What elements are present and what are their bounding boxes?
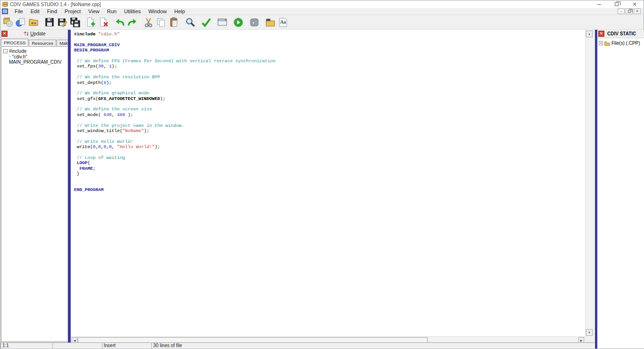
code-line	[74, 177, 585, 182]
code-line	[74, 150, 585, 155]
expand-icon[interactable]: +	[599, 41, 603, 45]
menu-run[interactable]: Run	[103, 8, 120, 15]
panel-close-button[interactable]: ✕	[598, 31, 604, 37]
menu-file[interactable]: File	[11, 8, 27, 15]
save-all-button[interactable]	[69, 16, 82, 29]
paste-button[interactable]	[168, 16, 181, 29]
new-project-button[interactable]	[15, 16, 27, 29]
menu-edit[interactable]: Edit	[27, 8, 43, 15]
title-bar: CDIV GAMES STUDIO 1.4 - [NoName.cpp] ✕	[0, 0, 644, 8]
find-icon	[185, 17, 196, 28]
redo-button[interactable]	[126, 16, 139, 29]
open-project-button[interactable]	[27, 16, 40, 29]
cursor-position: 1:1	[0, 342, 52, 349]
save-all-icon	[70, 17, 81, 28]
collapse-icon[interactable]: -	[3, 49, 8, 53]
tree-item-label: "cdiv.h"	[12, 54, 27, 60]
code-line	[74, 101, 585, 107]
status-bar: 1:1 Insert 30 lines of file	[0, 342, 595, 349]
toolbar-group	[142, 16, 181, 29]
code-line: set_gfx(GFX_AUTODETECT_WINDOWED);	[74, 96, 585, 101]
code-line: MAIN_PROGRAM_CDIV	[74, 42, 585, 48]
code-line	[74, 182, 585, 187]
code-line: // We define graphical mode	[74, 91, 585, 96]
toolbar-group	[43, 16, 82, 29]
restore-button[interactable]	[608, 0, 626, 8]
tree-item[interactable]: -#include	[1, 49, 67, 54]
update-button[interactable]: Update	[23, 31, 45, 36]
code-line: // We define the screen size	[74, 107, 585, 112]
menu-project[interactable]: Project	[61, 8, 84, 15]
code-area[interactable]: #include "cdiv.h" MAIN_PROGRAM_CDIVBEGIN…	[71, 30, 585, 336]
toolbar-group	[114, 16, 139, 29]
toolbar-group	[232, 16, 245, 29]
code-line: #include "cdiv.h"	[74, 32, 585, 37]
toolbar-separator	[214, 17, 215, 28]
copy-icon	[156, 17, 167, 28]
project-panel-tabs: PROCESSResourcesMake	[0, 38, 68, 46]
code-line: FRAME;	[74, 166, 585, 171]
scroll-up-button[interactable]: ▲	[586, 31, 593, 37]
code-line: LOOP{	[74, 160, 585, 166]
file-manager-button[interactable]	[264, 16, 277, 29]
code-line: // We define the resolution BPP	[74, 75, 585, 80]
mdi-close-button[interactable]: ✕	[634, 8, 641, 14]
save-as-button[interactable]	[56, 16, 69, 29]
insert-mode: Insert	[102, 342, 151, 349]
file-manager-icon	[265, 17, 276, 28]
menu-utilities[interactable]: Utilities	[120, 8, 144, 15]
syntax-check-button[interactable]	[200, 16, 213, 29]
run-button[interactable]	[232, 16, 245, 29]
add-file-icon	[86, 17, 97, 28]
document-icon	[2, 8, 8, 14]
static-panel: ✕ CDIV STATIC +File(s) (.CPP)	[597, 30, 644, 349]
open-project-package-button[interactable]	[2, 16, 15, 29]
toolbar-group	[85, 16, 110, 29]
menu-window[interactable]: Window	[145, 8, 171, 15]
menu-view[interactable]: View	[84, 8, 103, 15]
copy-button[interactable]	[155, 16, 168, 29]
code-line: set_mode( 640, 480 );	[74, 112, 585, 117]
window-title: CDIV GAMES STUDIO 1.4 - [NoName.cpp]	[10, 2, 101, 7]
code-line: // Write Hello World!	[74, 139, 585, 144]
tree-item[interactable]: MAIN_PROGRAM_CDIV	[1, 59, 67, 65]
code-line	[74, 85, 585, 91]
mdi-minimize-button[interactable]: –	[618, 8, 625, 14]
menu-find[interactable]: Find	[43, 8, 61, 15]
mdi-restore-icon	[628, 10, 631, 13]
code-line: // We define FPS (Frames Per Second) wit…	[74, 58, 585, 64]
tree-item[interactable]: +File(s) (.CPP)	[597, 41, 644, 46]
code-line: set_depth(8);	[74, 80, 585, 85]
add-file-button[interactable]	[85, 16, 98, 29]
panel-close-button[interactable]: ✕	[1, 31, 8, 37]
tree-connector: └	[8, 54, 11, 60]
minimize-button[interactable]	[590, 0, 608, 8]
open-project-package-icon	[3, 17, 14, 28]
tree-item[interactable]: └"cdiv.h"	[1, 54, 67, 60]
remove-file-button[interactable]	[98, 16, 110, 29]
undo-button[interactable]	[114, 16, 126, 29]
capture-options-button[interactable]	[248, 16, 261, 29]
scroll-down-button[interactable]: ▼	[586, 329, 593, 336]
fonts-button[interactable]: Aa	[277, 16, 289, 29]
tab-process[interactable]: PROCESS	[1, 39, 28, 46]
toolbar-separator	[230, 17, 231, 28]
menu-help[interactable]: Help	[171, 8, 189, 15]
close-button[interactable]: ✕	[626, 0, 644, 8]
tree-item-label: MAIN_PROGRAM_CDIV	[9, 59, 62, 65]
undo-icon	[115, 17, 125, 28]
cut-button[interactable]	[142, 16, 155, 29]
toolbar-group	[200, 16, 213, 29]
cut-icon	[143, 17, 154, 28]
toolbar-separator	[262, 17, 263, 28]
save-button[interactable]	[43, 16, 56, 29]
toolbar-separator	[83, 17, 83, 28]
selection-info	[52, 342, 102, 349]
mdi-restore-button[interactable]	[626, 8, 633, 14]
app-icon	[2, 1, 8, 7]
tab-resources[interactable]: Resources	[29, 40, 56, 46]
find-button[interactable]	[184, 16, 197, 29]
preview-window-button[interactable]	[216, 16, 229, 29]
vertical-scrollbar[interactable]: ▲ ▼	[585, 30, 593, 337]
run-icon	[233, 17, 244, 28]
